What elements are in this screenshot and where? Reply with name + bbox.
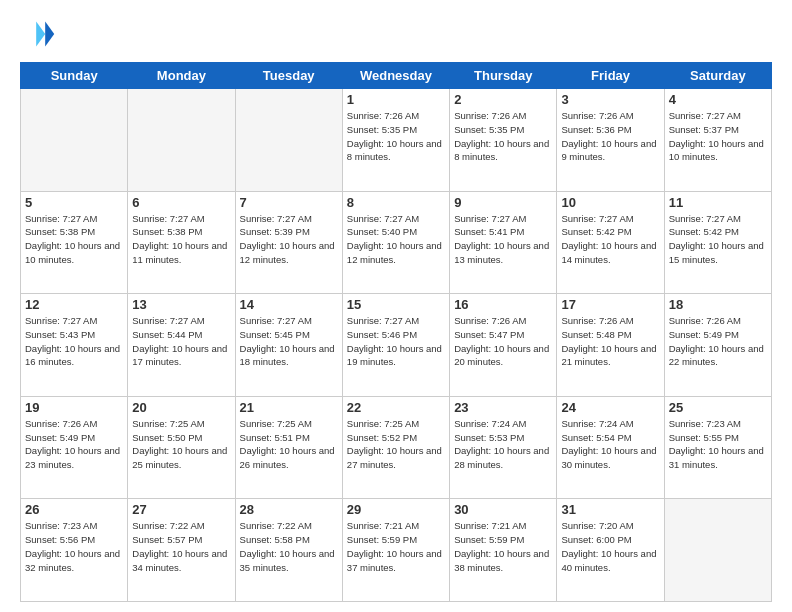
day-number: 8 bbox=[347, 195, 445, 210]
svg-marker-1 bbox=[45, 21, 54, 46]
day-number: 16 bbox=[454, 297, 552, 312]
day-number: 14 bbox=[240, 297, 338, 312]
day-number: 12 bbox=[25, 297, 123, 312]
day-number: 3 bbox=[561, 92, 659, 107]
day-cell: 1Sunrise: 7:26 AM Sunset: 5:35 PM Daylig… bbox=[342, 89, 449, 192]
week-row-5: 26Sunrise: 7:23 AM Sunset: 5:56 PM Dayli… bbox=[21, 499, 772, 602]
day-number: 30 bbox=[454, 502, 552, 517]
day-cell: 19Sunrise: 7:26 AM Sunset: 5:49 PM Dayli… bbox=[21, 396, 128, 499]
day-cell: 23Sunrise: 7:24 AM Sunset: 5:53 PM Dayli… bbox=[450, 396, 557, 499]
day-detail: Sunrise: 7:25 AM Sunset: 5:52 PM Dayligh… bbox=[347, 417, 445, 472]
week-row-1: 1Sunrise: 7:26 AM Sunset: 5:35 PM Daylig… bbox=[21, 89, 772, 192]
day-cell: 31Sunrise: 7:20 AM Sunset: 6:00 PM Dayli… bbox=[557, 499, 664, 602]
logo bbox=[20, 16, 60, 52]
day-cell: 18Sunrise: 7:26 AM Sunset: 5:49 PM Dayli… bbox=[664, 294, 771, 397]
day-number: 2 bbox=[454, 92, 552, 107]
day-detail: Sunrise: 7:20 AM Sunset: 6:00 PM Dayligh… bbox=[561, 519, 659, 574]
weekday-header-saturday: Saturday bbox=[664, 63, 771, 89]
day-number: 26 bbox=[25, 502, 123, 517]
day-cell: 17Sunrise: 7:26 AM Sunset: 5:48 PM Dayli… bbox=[557, 294, 664, 397]
day-detail: Sunrise: 7:24 AM Sunset: 5:53 PM Dayligh… bbox=[454, 417, 552, 472]
day-detail: Sunrise: 7:23 AM Sunset: 5:55 PM Dayligh… bbox=[669, 417, 767, 472]
day-cell: 8Sunrise: 7:27 AM Sunset: 5:40 PM Daylig… bbox=[342, 191, 449, 294]
day-detail: Sunrise: 7:26 AM Sunset: 5:47 PM Dayligh… bbox=[454, 314, 552, 369]
day-cell: 5Sunrise: 7:27 AM Sunset: 5:38 PM Daylig… bbox=[21, 191, 128, 294]
day-number: 21 bbox=[240, 400, 338, 415]
day-cell: 25Sunrise: 7:23 AM Sunset: 5:55 PM Dayli… bbox=[664, 396, 771, 499]
day-detail: Sunrise: 7:25 AM Sunset: 5:51 PM Dayligh… bbox=[240, 417, 338, 472]
day-number: 18 bbox=[669, 297, 767, 312]
day-number: 1 bbox=[347, 92, 445, 107]
day-number: 17 bbox=[561, 297, 659, 312]
week-row-3: 12Sunrise: 7:27 AM Sunset: 5:43 PM Dayli… bbox=[21, 294, 772, 397]
day-number: 9 bbox=[454, 195, 552, 210]
day-detail: Sunrise: 7:23 AM Sunset: 5:56 PM Dayligh… bbox=[25, 519, 123, 574]
day-detail: Sunrise: 7:26 AM Sunset: 5:35 PM Dayligh… bbox=[454, 109, 552, 164]
day-number: 29 bbox=[347, 502, 445, 517]
logo-icon bbox=[20, 16, 56, 52]
day-number: 20 bbox=[132, 400, 230, 415]
day-number: 5 bbox=[25, 195, 123, 210]
day-detail: Sunrise: 7:25 AM Sunset: 5:50 PM Dayligh… bbox=[132, 417, 230, 472]
day-number: 11 bbox=[669, 195, 767, 210]
day-detail: Sunrise: 7:27 AM Sunset: 5:38 PM Dayligh… bbox=[132, 212, 230, 267]
day-cell bbox=[128, 89, 235, 192]
day-cell: 11Sunrise: 7:27 AM Sunset: 5:42 PM Dayli… bbox=[664, 191, 771, 294]
day-cell: 24Sunrise: 7:24 AM Sunset: 5:54 PM Dayli… bbox=[557, 396, 664, 499]
day-detail: Sunrise: 7:21 AM Sunset: 5:59 PM Dayligh… bbox=[454, 519, 552, 574]
day-number: 7 bbox=[240, 195, 338, 210]
day-number: 28 bbox=[240, 502, 338, 517]
day-cell: 30Sunrise: 7:21 AM Sunset: 5:59 PM Dayli… bbox=[450, 499, 557, 602]
day-detail: Sunrise: 7:27 AM Sunset: 5:42 PM Dayligh… bbox=[561, 212, 659, 267]
weekday-header-monday: Monday bbox=[128, 63, 235, 89]
day-detail: Sunrise: 7:27 AM Sunset: 5:38 PM Dayligh… bbox=[25, 212, 123, 267]
day-number: 23 bbox=[454, 400, 552, 415]
day-cell bbox=[664, 499, 771, 602]
day-detail: Sunrise: 7:26 AM Sunset: 5:49 PM Dayligh… bbox=[25, 417, 123, 472]
day-cell: 13Sunrise: 7:27 AM Sunset: 5:44 PM Dayli… bbox=[128, 294, 235, 397]
week-row-4: 19Sunrise: 7:26 AM Sunset: 5:49 PM Dayli… bbox=[21, 396, 772, 499]
day-number: 13 bbox=[132, 297, 230, 312]
day-cell bbox=[235, 89, 342, 192]
day-cell: 15Sunrise: 7:27 AM Sunset: 5:46 PM Dayli… bbox=[342, 294, 449, 397]
day-detail: Sunrise: 7:27 AM Sunset: 5:40 PM Dayligh… bbox=[347, 212, 445, 267]
weekday-header-sunday: Sunday bbox=[21, 63, 128, 89]
day-cell: 3Sunrise: 7:26 AM Sunset: 5:36 PM Daylig… bbox=[557, 89, 664, 192]
day-detail: Sunrise: 7:26 AM Sunset: 5:36 PM Dayligh… bbox=[561, 109, 659, 164]
weekday-header-tuesday: Tuesday bbox=[235, 63, 342, 89]
day-number: 6 bbox=[132, 195, 230, 210]
day-detail: Sunrise: 7:27 AM Sunset: 5:44 PM Dayligh… bbox=[132, 314, 230, 369]
day-detail: Sunrise: 7:26 AM Sunset: 5:35 PM Dayligh… bbox=[347, 109, 445, 164]
svg-marker-2 bbox=[36, 21, 45, 46]
day-number: 22 bbox=[347, 400, 445, 415]
day-cell: 10Sunrise: 7:27 AM Sunset: 5:42 PM Dayli… bbox=[557, 191, 664, 294]
day-number: 27 bbox=[132, 502, 230, 517]
day-detail: Sunrise: 7:27 AM Sunset: 5:37 PM Dayligh… bbox=[669, 109, 767, 164]
page: SundayMondayTuesdayWednesdayThursdayFrid… bbox=[0, 0, 792, 612]
day-cell: 7Sunrise: 7:27 AM Sunset: 5:39 PM Daylig… bbox=[235, 191, 342, 294]
day-number: 31 bbox=[561, 502, 659, 517]
day-detail: Sunrise: 7:27 AM Sunset: 5:46 PM Dayligh… bbox=[347, 314, 445, 369]
day-number: 10 bbox=[561, 195, 659, 210]
weekday-header-row: SundayMondayTuesdayWednesdayThursdayFrid… bbox=[21, 63, 772, 89]
weekday-header-wednesday: Wednesday bbox=[342, 63, 449, 89]
day-number: 15 bbox=[347, 297, 445, 312]
day-cell: 12Sunrise: 7:27 AM Sunset: 5:43 PM Dayli… bbox=[21, 294, 128, 397]
day-cell: 28Sunrise: 7:22 AM Sunset: 5:58 PM Dayli… bbox=[235, 499, 342, 602]
day-cell: 9Sunrise: 7:27 AM Sunset: 5:41 PM Daylig… bbox=[450, 191, 557, 294]
day-cell: 22Sunrise: 7:25 AM Sunset: 5:52 PM Dayli… bbox=[342, 396, 449, 499]
day-detail: Sunrise: 7:27 AM Sunset: 5:45 PM Dayligh… bbox=[240, 314, 338, 369]
day-detail: Sunrise: 7:21 AM Sunset: 5:59 PM Dayligh… bbox=[347, 519, 445, 574]
day-cell: 16Sunrise: 7:26 AM Sunset: 5:47 PM Dayli… bbox=[450, 294, 557, 397]
day-detail: Sunrise: 7:26 AM Sunset: 5:49 PM Dayligh… bbox=[669, 314, 767, 369]
day-detail: Sunrise: 7:27 AM Sunset: 5:39 PM Dayligh… bbox=[240, 212, 338, 267]
day-detail: Sunrise: 7:27 AM Sunset: 5:41 PM Dayligh… bbox=[454, 212, 552, 267]
day-detail: Sunrise: 7:27 AM Sunset: 5:42 PM Dayligh… bbox=[669, 212, 767, 267]
day-cell: 29Sunrise: 7:21 AM Sunset: 5:59 PM Dayli… bbox=[342, 499, 449, 602]
day-number: 25 bbox=[669, 400, 767, 415]
day-cell: 26Sunrise: 7:23 AM Sunset: 5:56 PM Dayli… bbox=[21, 499, 128, 602]
day-number: 19 bbox=[25, 400, 123, 415]
day-detail: Sunrise: 7:22 AM Sunset: 5:57 PM Dayligh… bbox=[132, 519, 230, 574]
day-cell: 21Sunrise: 7:25 AM Sunset: 5:51 PM Dayli… bbox=[235, 396, 342, 499]
day-number: 4 bbox=[669, 92, 767, 107]
